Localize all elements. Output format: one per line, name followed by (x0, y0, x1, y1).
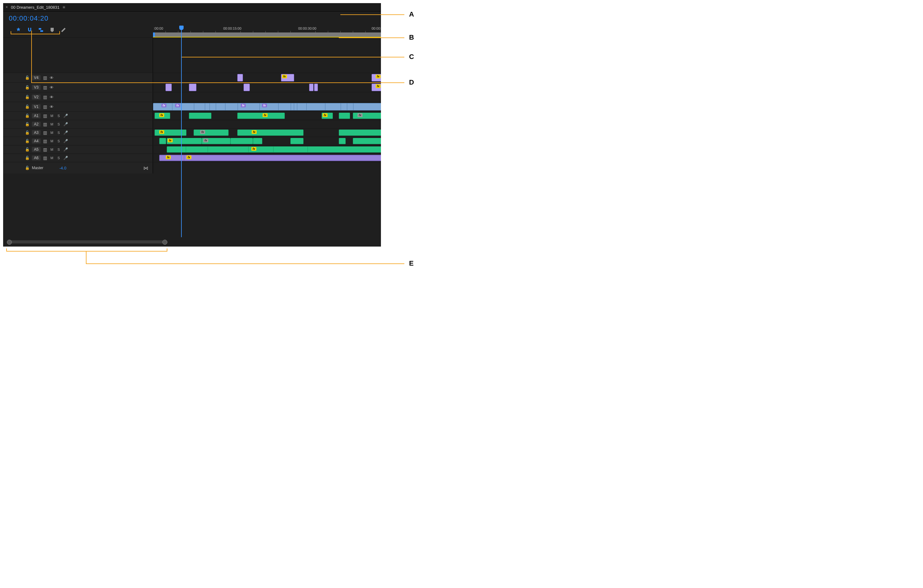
audio-clip[interactable]: fx fx (159, 155, 381, 161)
sync-lock-icon[interactable]: ▥ (43, 156, 47, 161)
audio-clip[interactable]: fx (237, 129, 304, 136)
solo-button[interactable]: S (56, 156, 61, 160)
lock-icon[interactable]: 🔓 (25, 75, 30, 80)
track-name[interactable]: A2 (32, 122, 41, 127)
master-meter-icon[interactable]: ⋈ (143, 165, 148, 171)
zoom-handle-right[interactable] (163, 240, 168, 245)
video-clip[interactable] (314, 84, 318, 91)
video-clip[interactable]: fx (371, 84, 381, 91)
lock-icon[interactable]: 🔓 (25, 139, 30, 143)
voice-over-icon[interactable]: 🎤 (63, 139, 68, 143)
solo-button[interactable]: S (56, 147, 61, 151)
lock-icon[interactable]: 🔓 (25, 156, 30, 160)
close-tab-icon[interactable]: × (6, 5, 8, 9)
track-name[interactable]: A6 (32, 156, 41, 161)
track-a1-clips[interactable]: fx fx fx fx (153, 111, 381, 120)
voice-over-icon[interactable]: 🎤 (63, 131, 68, 135)
track-name[interactable]: A1 (32, 113, 41, 118)
track-name[interactable]: V4 (32, 75, 41, 80)
track-header-v2[interactable]: 🔓 V2 ▥ 👁 (3, 92, 153, 102)
toggle-output-icon[interactable]: 👁 (50, 85, 54, 90)
audio-clip[interactable] (291, 138, 304, 144)
track-header-a6[interactable]: 🔓 A6 ▥ M S 🎤 (3, 154, 153, 162)
video-clip[interactable]: fx (281, 74, 294, 82)
lock-icon[interactable]: 🔓 (25, 95, 30, 99)
audio-clip[interactable]: fx (167, 146, 381, 152)
work-area-bar[interactable] (153, 33, 381, 38)
track-name[interactable]: V2 (32, 95, 41, 100)
voice-over-icon[interactable]: 🎤 (63, 114, 68, 118)
video-clip[interactable]: fx fx fx fx (153, 103, 381, 110)
solo-button[interactable]: S (56, 139, 61, 143)
solo-button[interactable]: S (56, 122, 61, 126)
audio-clip[interactable] (253, 138, 262, 144)
audio-clip[interactable]: fx (194, 129, 228, 136)
track-name[interactable]: V1 (32, 104, 41, 109)
panel-menu-icon[interactable]: ≡ (62, 5, 65, 10)
solo-button[interactable]: S (56, 114, 61, 118)
mute-button[interactable]: M (50, 114, 54, 118)
sync-lock-icon[interactable]: ▥ (43, 75, 47, 80)
lock-icon[interactable]: 🔓 (25, 166, 30, 170)
video-clip[interactable] (309, 84, 314, 91)
video-clip[interactable] (189, 84, 196, 91)
sync-lock-icon[interactable]: ▥ (43, 95, 47, 100)
solo-button[interactable]: S (56, 131, 61, 134)
lock-icon[interactable]: 🔓 (25, 85, 30, 90)
toggle-output-icon[interactable]: 👁 (50, 95, 54, 100)
track-a6-clips[interactable]: fx fx (153, 154, 381, 162)
track-a3-clips[interactable]: fx fx fx (153, 128, 381, 137)
toggle-output-icon[interactable]: 👁 (50, 75, 54, 80)
time-ruler[interactable]: :00:00 00:00:15:00 00:00:30:00 00:00:4 (153, 26, 381, 33)
sync-lock-icon[interactable]: ▥ (43, 104, 47, 109)
track-header-v4[interactable]: 🔓 V4 ▥ 👁 (3, 73, 153, 82)
audio-clip[interactable] (353, 138, 381, 144)
lock-icon[interactable]: 🔓 (25, 122, 30, 126)
sync-lock-icon[interactable]: ▥ (43, 130, 47, 135)
track-v3-clips[interactable]: fx (153, 82, 381, 92)
sequence-title[interactable]: 00 Dreamers_Edit_180831 (11, 5, 59, 10)
voice-over-icon[interactable]: 🎤 (63, 147, 68, 152)
audio-clip[interactable]: fx (167, 138, 202, 144)
audio-clip[interactable]: fx (154, 113, 170, 119)
audio-clip[interactable]: fx (237, 113, 285, 119)
track-a4-clips[interactable]: fx fx (153, 137, 381, 145)
track-name[interactable]: A5 (32, 147, 41, 152)
sync-lock-icon[interactable]: ▥ (43, 147, 47, 152)
track-header-a3[interactable]: 🔓 A3 ▥ M S 🎤 (3, 128, 153, 137)
video-clip[interactable]: fx (371, 74, 381, 82)
audio-clip[interactable]: fx (202, 138, 230, 144)
audio-clip[interactable] (159, 138, 166, 144)
video-clip[interactable] (166, 84, 172, 91)
track-header-v1[interactable]: 🔓 V1 ▥ 👁 (3, 102, 153, 111)
track-name[interactable]: A3 (32, 130, 41, 135)
track-v2-clips[interactable] (153, 92, 381, 102)
track-name[interactable]: A4 (32, 139, 41, 144)
audio-clip[interactable]: fx (353, 113, 381, 119)
audio-clip[interactable] (339, 129, 381, 136)
voice-over-icon[interactable]: 🎤 (63, 156, 68, 160)
lock-icon[interactable]: 🔓 (25, 147, 30, 152)
track-header-master[interactable]: 🔓 Master -4.0 ⋈ (3, 162, 153, 174)
zoom-scrollbar[interactable] (8, 240, 167, 244)
lock-icon[interactable]: 🔓 (25, 105, 30, 109)
track-a5-clips[interactable]: fx (153, 145, 381, 154)
mute-button[interactable]: M (50, 147, 54, 151)
work-area-in-handle[interactable] (153, 33, 155, 37)
audio-clip[interactable]: fx (322, 113, 333, 119)
track-header-v3[interactable]: 🔓 V3 ▥ 👁 (3, 82, 153, 92)
track-header-a4[interactable]: 🔓 A4 ▥ M S 🎤 (3, 137, 153, 145)
voice-over-icon[interactable]: 🎤 (63, 122, 68, 126)
mute-button[interactable]: M (50, 131, 54, 134)
sync-lock-icon[interactable]: ▥ (43, 85, 47, 90)
track-v4-clips[interactable]: fx fx (153, 73, 381, 82)
track-header-a2[interactable]: 🔓 A2 ▥ M S 🎤 (3, 120, 153, 128)
audio-clip[interactable] (230, 138, 253, 144)
toggle-output-icon[interactable]: 👁 (50, 105, 54, 109)
audio-clip[interactable] (189, 113, 211, 119)
sync-lock-icon[interactable]: ▥ (43, 139, 47, 144)
master-volume[interactable]: -4.0 (59, 166, 66, 170)
video-clip[interactable] (237, 74, 243, 82)
sync-lock-icon[interactable]: ▥ (43, 122, 47, 127)
track-header-a5[interactable]: 🔓 A5 ▥ M S 🎤 (3, 145, 153, 154)
